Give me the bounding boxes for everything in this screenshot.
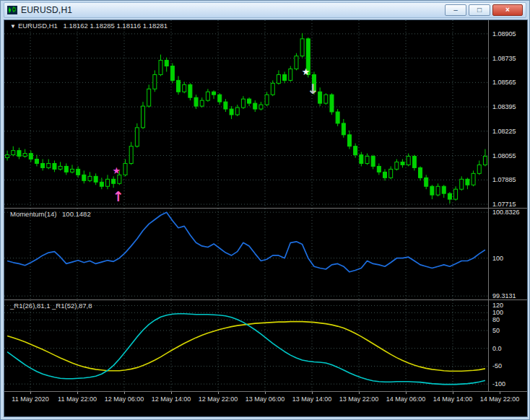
candle-bull (123, 163, 127, 175)
time-label: 12 May 22:00 (199, 395, 238, 403)
scale-label: 1.08905 (492, 30, 516, 38)
oscillator-scale[interactable]: 12010080500.0-50-100 (488, 300, 527, 391)
candle-bull (277, 74, 280, 83)
candle-bull (460, 179, 464, 189)
scale-label: 1.07715 (492, 201, 516, 208)
candle-bear (177, 80, 181, 92)
candle-bear (347, 135, 351, 146)
time-label: 12 May 14:00 (152, 395, 191, 403)
scale-label: 80 (492, 316, 500, 323)
candle-bear (230, 109, 233, 115)
candle-bull (265, 95, 269, 105)
window-titlebar[interactable]: EURUSD,H1 – □ × (4, 2, 526, 18)
candle-bear (165, 61, 168, 66)
candle-bear (188, 84, 192, 97)
candle-bear (425, 178, 428, 186)
scale-label: 1.08225 (492, 128, 516, 135)
candle-bear (318, 92, 322, 103)
time-label: 13 May 14:00 (292, 395, 332, 403)
time-tick (500, 392, 500, 394)
oscillator-chart-canvas[interactable] (4, 300, 488, 391)
candle-bull (477, 165, 481, 173)
candle-bull (105, 179, 109, 186)
time-label: 11 May 22:00 (58, 395, 97, 403)
candle-bear (360, 155, 363, 164)
candle-bear (383, 172, 387, 178)
candles (6, 33, 487, 204)
time-tick (30, 392, 31, 394)
candle-bull (88, 176, 92, 180)
candle-bull (295, 56, 298, 69)
momentum-chart-canvas[interactable] (4, 209, 488, 299)
candle-bear (419, 167, 422, 178)
time-tick (171, 392, 172, 394)
candle-bear (29, 154, 32, 159)
time-tick (312, 392, 313, 394)
candle-bull (159, 61, 162, 75)
time-tick (265, 392, 266, 394)
candle-bull (472, 173, 475, 185)
candle-bear (283, 74, 287, 80)
candle-bear (94, 176, 97, 182)
time-label: 12 May 06:00 (105, 395, 144, 403)
scale-label: -50 (492, 362, 502, 369)
scale-label: 120 (492, 302, 503, 309)
candle-bull (289, 69, 292, 80)
candle-bear (466, 179, 469, 185)
candle-bull (142, 106, 145, 128)
candle-bear (17, 151, 21, 157)
price-panel[interactable]: ★↑★↓ ▼EURUSD,H1 1.18162 1.18285 1.18116 … (4, 20, 488, 208)
candle-bear (41, 163, 45, 167)
scale-label: 1.07885 (492, 176, 516, 183)
candle-bull (454, 189, 458, 199)
candle-bull (47, 163, 51, 167)
candle-bear (112, 179, 116, 183)
candle-bull (395, 162, 399, 169)
time-label: 14 May 14:00 (433, 395, 473, 403)
restore-button[interactable]: □ (469, 4, 490, 16)
candle-bull (147, 89, 151, 106)
candle-bear (354, 146, 357, 155)
price-scale[interactable]: 1.089051.087351.085651.083951.082251.080… (488, 20, 527, 208)
candle-bull (58, 166, 62, 169)
window-controls: – □ × (445, 4, 523, 16)
scale-label: 100 (492, 309, 503, 316)
candle-bull (365, 157, 369, 164)
minimize-button[interactable]: – (445, 4, 466, 16)
candle-bear (377, 166, 381, 172)
candle-bull (118, 175, 121, 183)
candle-bull (135, 128, 139, 146)
momentum-scale[interactable]: 100.832610099.3131 (488, 209, 527, 299)
scale-label: 99.3131 (492, 292, 516, 299)
candle-bear (194, 97, 198, 106)
oscillator-panel[interactable]: _R1(26),81,1 _R1(52),87,8 (4, 300, 488, 391)
candle-bull (153, 74, 157, 89)
fast-oscillator-line (7, 314, 485, 385)
candle-bull (483, 157, 487, 165)
candle-bear (336, 112, 339, 123)
close-button[interactable]: × (492, 4, 523, 16)
candle-bear (430, 186, 434, 195)
scale-label: 1.08395 (492, 103, 516, 110)
candle-bear (412, 157, 416, 168)
time-tick (406, 392, 407, 394)
candle-bull (183, 84, 186, 92)
candle-bull (23, 154, 27, 157)
time-label: 14 May 06:00 (386, 395, 426, 403)
candle-bear (170, 66, 174, 81)
candle-bear (82, 175, 86, 180)
price-chart-canvas[interactable]: ★↑★↓ (4, 20, 488, 208)
candle-bull (129, 146, 133, 164)
time-label: 14 May 22:00 (480, 395, 520, 403)
candle-bull (235, 108, 239, 115)
scale-label: 0.0 (492, 345, 502, 352)
candle-bull (389, 169, 393, 178)
momentum-panel[interactable]: Momentum(14) 100.1482 (4, 209, 488, 299)
candle-bear (100, 182, 103, 186)
candle-bull (6, 155, 9, 158)
time-axis[interactable]: 11 May 202011 May 22:0012 May 06:0012 Ma… (4, 392, 527, 416)
momentum-line (7, 212, 485, 272)
arrow-up-marker-icon: ↑ (113, 188, 124, 204)
slow-oscillator-line (7, 322, 485, 372)
candle-bear (77, 169, 80, 175)
